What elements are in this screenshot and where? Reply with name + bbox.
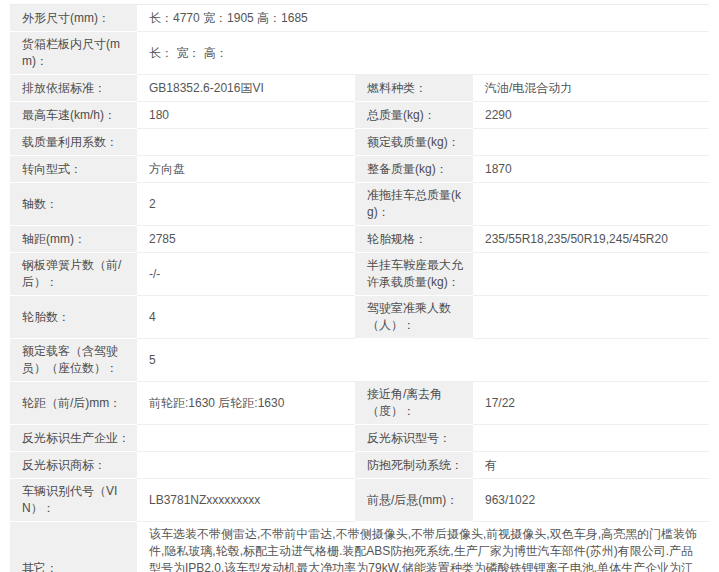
field-value: 该车选装不带侧雷达,不带前中雷达,不带侧摄像头,不带后摄像头,前视摄像头,双色车…: [137, 522, 709, 572]
row-max-speed-total-mass: 最高车速(km/h)： 180 总质量(kg)： 2290: [10, 102, 709, 129]
row-emission-standard-fuel-type: 排放依据标准： GB18352.6-2016国VI 燃料种类： 汽油/电混合动力: [10, 75, 709, 102]
field-value: 汽油/电混合动力: [473, 75, 709, 102]
field-value: 2290: [473, 102, 709, 129]
field-label: 燃料种类：: [355, 75, 473, 102]
field-label: 钢板弹簧片数（前/后）：: [10, 253, 137, 296]
field-value: 17/22: [473, 382, 709, 425]
row-steering-curb-weight: 转向型式： 方向盘 整备质量(kg)： 1870: [10, 156, 709, 183]
field-value: 长：4770 宽：1905 高：1685: [137, 5, 709, 32]
vehicle-spec-page: 外形尺寸(mm)： 长：4770 宽：1905 高：1685 货箱栏板内尺寸(m…: [0, 0, 719, 572]
field-label: 整备质量(kg)：: [355, 156, 473, 183]
row-axle-count-trailer-mass: 轴数： 2 准拖挂车总质量(kg)：: [10, 183, 709, 226]
field-label: 驾驶室准乘人数（人）：: [355, 296, 473, 339]
field-value: [473, 296, 709, 339]
field-label: 准拖挂车总质量(kg)：: [355, 183, 473, 226]
field-value: 963/1022: [473, 479, 709, 522]
row-load-utilization-rated-load: 载质量利用系数： 额定载质量(kg)：: [10, 129, 709, 156]
field-label: 轮胎数：: [10, 296, 137, 339]
field-value: 方向盘: [137, 156, 355, 183]
field-value: [137, 129, 355, 156]
field-label: 轮胎规格：: [355, 226, 473, 253]
row-wheelbase-tire-spec: 轴距(mm)： 2785 轮胎规格： 235/55R18,235/50R19,2…: [10, 226, 709, 253]
field-value: [473, 183, 709, 226]
field-label: 货箱栏板内尺寸(mm)：: [10, 32, 137, 75]
row-seating-capacity: 额定载客（含驾驶员）（座位数）： 5: [10, 339, 709, 382]
field-value: [137, 452, 355, 479]
field-label: 外形尺寸(mm)：: [10, 5, 137, 32]
field-value: [473, 253, 709, 296]
row-tire-count-cab-passengers: 轮胎数： 4 驾驶室准乘人数（人）：: [10, 296, 709, 339]
field-value: 4: [137, 296, 355, 339]
field-label: 半挂车鞍座最大允许承载质量(kg)：: [355, 253, 473, 296]
field-label: 反光标识生产企业：: [10, 425, 137, 452]
field-value: [137, 425, 355, 452]
field-value: [473, 129, 709, 156]
field-label: 车辆识别代号（VIN）：: [10, 479, 137, 522]
field-label: 轴数：: [10, 183, 137, 226]
field-label: 接近角/离去角（度）：: [355, 382, 473, 425]
row-other-equipment: 其它： 该车选装不带侧雷达,不带前中雷达,不带侧摄像头,不带后摄像头,前视摄像头…: [10, 522, 709, 572]
field-value: -/-: [137, 253, 355, 296]
field-value: 180: [137, 102, 355, 129]
row-reflective-marking-manufacturer-model: 反光标识生产企业： 反光标识型号：: [10, 425, 709, 452]
field-label: 其它：: [10, 522, 137, 572]
row-exterior-dimensions: 外形尺寸(mm)： 长：4770 宽：1905 高：1685: [10, 5, 709, 32]
field-value: 前轮距:1630 后轮距:1630: [137, 382, 355, 425]
field-label: 前悬/后悬(mm)：: [355, 479, 473, 522]
row-cargo-box-inner-dimensions: 货箱栏板内尺寸(mm)： 长： 宽： 高：: [10, 32, 709, 75]
row-reflective-marking-brand-abs: 反光标识商标： 防抱死制动系统： 有: [10, 452, 709, 479]
field-value: 2: [137, 183, 355, 226]
field-label: 载质量利用系数：: [10, 129, 137, 156]
field-value: 235/55R18,235/50R19,245/45R20: [473, 226, 709, 253]
row-vin-overhang: 车辆识别代号（VIN）： LB3781NZxxxxxxxxx 前悬/后悬(mm)…: [10, 479, 709, 522]
field-label: 额定载质量(kg)：: [355, 129, 473, 156]
field-label: 反光标识商标：: [10, 452, 137, 479]
field-label: 转向型式：: [10, 156, 137, 183]
field-value: 长： 宽： 高：: [137, 32, 709, 75]
field-value: [473, 425, 709, 452]
field-value: GB18352.6-2016国VI: [137, 75, 355, 102]
field-label: 防抱死制动系统：: [355, 452, 473, 479]
field-value: 有: [473, 452, 709, 479]
field-value: LB3781NZxxxxxxxxx: [137, 479, 355, 522]
field-label: 排放依据标准：: [10, 75, 137, 102]
field-label: 轴距(mm)：: [10, 226, 137, 253]
field-label: 轮距（前/后)mm：: [10, 382, 137, 425]
row-leaf-springs-saddle-load: 钢板弹簧片数（前/后）： -/- 半挂车鞍座最大允许承载质量(kg)：: [10, 253, 709, 296]
field-value: 1870: [473, 156, 709, 183]
field-value: 2785: [137, 226, 355, 253]
field-label: 最高车速(km/h)：: [10, 102, 137, 129]
field-label: 额定载客（含驾驶员）（座位数）：: [10, 339, 137, 382]
vehicle-spec-table: 外形尺寸(mm)： 长：4770 宽：1905 高：1685 货箱栏板内尺寸(m…: [10, 4, 709, 572]
field-label: 总质量(kg)：: [355, 102, 473, 129]
row-track-width-approach-angle: 轮距（前/后)mm： 前轮距:1630 后轮距:1630 接近角/离去角（度）：…: [10, 382, 709, 425]
field-value: 5: [137, 339, 709, 382]
field-label: 反光标识型号：: [355, 425, 473, 452]
